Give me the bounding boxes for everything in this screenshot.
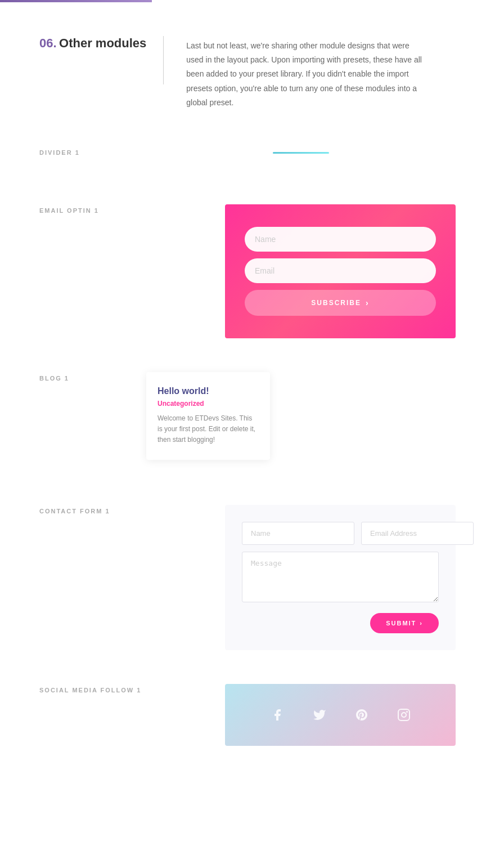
email-optin-card: SUBSCRIBE ›	[225, 204, 456, 338]
email-optin-module-row: EMAIL OPTIN 1 SUBSCRIBE ›	[0, 190, 495, 352]
email-optin-label: EMAIL OPTIN 1	[39, 207, 146, 214]
blog-label: BLOG 1	[39, 375, 146, 382]
submit-button[interactable]: SUBMIT ›	[370, 613, 439, 633]
contact-form-wrapper: SUBMIT ›	[146, 505, 456, 650]
submit-wrapper: SUBMIT ›	[242, 613, 439, 633]
chevron-right-icon: ›	[366, 298, 370, 307]
facebook-icon[interactable]	[266, 704, 289, 726]
instagram-icon[interactable]	[393, 704, 415, 726]
social-media-content	[146, 684, 456, 746]
blog-module-row: BLOG 1 Hello world! Uncategorized Welcom…	[0, 358, 495, 485]
optin-name-input[interactable]	[245, 227, 436, 252]
section-title-block: 06. Other modules	[39, 36, 164, 84]
section-description: Last but not least, we're sharing other …	[186, 36, 422, 110]
submit-label: SUBMIT	[386, 620, 416, 627]
pinterest-icon[interactable]	[350, 704, 373, 726]
section-number: 06.	[39, 36, 57, 50]
blog-post-category[interactable]: Uncategorized	[158, 400, 259, 408]
blog-post-title[interactable]: Hello world!	[158, 386, 259, 396]
contact-form-content: SUBMIT ›	[146, 505, 456, 650]
email-optin-wrapper: SUBSCRIBE ›	[146, 204, 456, 338]
contact-form-top-row	[242, 522, 439, 545]
contact-form-module-row: CONTACT FORM 1 SUBMIT ›	[0, 491, 495, 664]
blog-content: Hello world! Uncategorized Welcome to ET…	[146, 372, 456, 471]
email-optin-content: SUBSCRIBE ›	[146, 204, 456, 338]
submit-chevron-icon: ›	[420, 620, 423, 627]
contact-form-container: SUBMIT ›	[225, 505, 456, 650]
divider-container	[146, 146, 456, 171]
divider-line	[273, 152, 329, 154]
contact-name-input[interactable]	[242, 522, 354, 545]
social-follow-card	[225, 684, 456, 746]
section-title-text: Other modules	[59, 36, 146, 50]
divider-module-row: DIVIDER 1	[0, 132, 495, 185]
contact-form-label: CONTACT FORM 1	[39, 508, 146, 514]
social-media-label: SOCIAL MEDIA FOLLOW 1	[39, 687, 146, 693]
twitter-icon[interactable]	[308, 704, 331, 726]
contact-message-textarea[interactable]	[242, 552, 439, 602]
divider-label: DIVIDER 1	[39, 149, 146, 156]
subscribe-button[interactable]: SUBSCRIBE ›	[245, 290, 436, 316]
svg-point-2	[406, 711, 408, 713]
contact-email-input[interactable]	[361, 522, 474, 545]
subscribe-label: SUBSCRIBE	[311, 299, 361, 307]
svg-rect-0	[398, 709, 410, 721]
social-media-module-row: SOCIAL MEDIA FOLLOW 1	[0, 670, 495, 760]
section-title: 06. Other modules	[39, 36, 146, 51]
social-follow-wrapper	[146, 684, 456, 746]
section-header: 06. Other modules Last but not least, we…	[0, 2, 495, 132]
blog-card: Hello world! Uncategorized Welcome to ET…	[146, 372, 270, 460]
divider-content	[146, 146, 456, 171]
svg-point-1	[402, 713, 406, 717]
blog-post-excerpt: Welcome to ETDevs Sites. This is your fi…	[158, 413, 259, 446]
optin-email-input[interactable]	[245, 258, 436, 283]
